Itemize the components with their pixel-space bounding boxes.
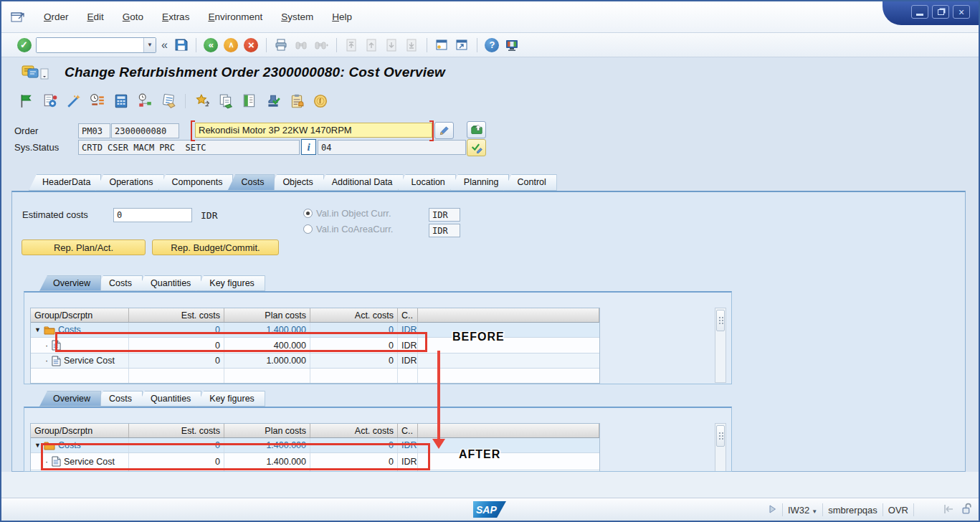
edit-description-button[interactable] <box>434 122 454 139</box>
menu-extras[interactable]: Extras <box>153 9 199 25</box>
col-act-costs[interactable]: Act. costs <box>310 424 398 437</box>
scrollbar-thumb[interactable] <box>716 310 725 331</box>
col-group-dscrptn[interactable]: Group/Dscrptn <box>31 308 129 322</box>
col-act-costs[interactable]: Act. costs <box>310 308 398 322</box>
user-status-field[interactable]: 04 <box>318 140 466 155</box>
restore-button[interactable] <box>932 5 949 19</box>
transaction-icon[interactable] <box>22 65 49 82</box>
exit-button[interactable]: ∧ <box>223 37 239 53</box>
table-scrollbar[interactable] <box>715 423 726 472</box>
col-group-dscrptn[interactable]: Group/Dscrptn <box>31 424 129 437</box>
system-menu-icon[interactable] <box>10 10 27 24</box>
tab-operations[interactable]: Operations <box>95 174 163 191</box>
subtab-quantities[interactable]: Quantities <box>137 275 201 291</box>
back-button[interactable]: « <box>203 37 219 53</box>
tab-costs[interactable]: Costs <box>227 174 275 191</box>
status-info-button[interactable]: i <box>301 139 316 155</box>
status-arrow-icon[interactable] <box>943 503 956 517</box>
lock-open-icon[interactable] <box>961 503 973 517</box>
wand-icon[interactable] <box>66 93 82 109</box>
subtab-costs[interactable]: Costs <box>95 275 143 291</box>
subtab-overview-2[interactable]: Overview <box>39 391 101 407</box>
radio-coarea-curr-row: Val.in CoAreaCurr. <box>303 224 393 234</box>
subtab-key-figures-2[interactable]: Key figures <box>196 391 265 407</box>
subtab-key-figures[interactable]: Key figures <box>196 275 265 291</box>
command-dropdown-icon[interactable]: ▼ <box>143 38 156 52</box>
collapse-node-icon[interactable]: ▼ <box>34 442 41 449</box>
radio-object-curr[interactable] <box>303 209 313 218</box>
find-button[interactable] <box>293 37 310 53</box>
col-currency[interactable]: C.. <box>398 424 418 437</box>
col-plan-costs[interactable]: Plan costs <box>224 424 310 437</box>
set-flag-icon[interactable] <box>19 93 34 109</box>
status-play-icon[interactable] <box>767 504 777 516</box>
rep-plan-act-button[interactable]: Rep. Plan/Act. <box>22 239 146 255</box>
page-down-button[interactable] <box>384 37 400 53</box>
tab-headerdata[interactable]: HeaderData <box>29 174 101 191</box>
last-page-button[interactable] <box>404 37 420 53</box>
currency-icon[interactable] <box>313 93 328 109</box>
sap-logo: SAP <box>473 501 506 518</box>
tab-objects[interactable]: Objects <box>269 174 323 191</box>
col-plan-costs[interactable]: Plan costs <box>224 308 310 322</box>
menu-goto[interactable]: Goto <box>113 9 153 25</box>
subtab-costs-2[interactable]: Costs <box>95 391 143 407</box>
tab-components[interactable]: Components <box>158 174 234 191</box>
table-scrollbar[interactable] <box>715 308 726 383</box>
copy-icon[interactable] <box>218 93 234 109</box>
create-shortcut-button[interactable] <box>454 37 470 53</box>
print-button[interactable] <box>273 37 290 53</box>
schedule-icon[interactable] <box>90 93 105 109</box>
subtab-quantities-2[interactable]: Quantities <box>137 391 201 407</box>
menu-edit[interactable]: Edit <box>78 9 113 25</box>
calculate-costs-icon[interactable] <box>113 93 129 109</box>
partner-icon[interactable] <box>194 93 210 109</box>
release-order-icon[interactable] <box>42 93 58 109</box>
col-est-costs[interactable]: Est. costs <box>129 308 224 322</box>
help-button[interactable]: ? <box>484 37 500 53</box>
save-button[interactable] <box>173 37 189 53</box>
col-est-costs[interactable]: Est. costs <box>129 424 224 437</box>
determine-costs-icon[interactable] <box>161 93 176 109</box>
new-session-button[interactable] <box>434 37 450 53</box>
document-overview-icon[interactable] <box>289 93 305 109</box>
col-currency[interactable]: C.. <box>398 308 418 322</box>
menu-environment[interactable]: Environment <box>199 9 272 25</box>
tab-location[interactable]: Location <box>398 174 456 191</box>
tab-planning[interactable]: Planning <box>450 174 510 191</box>
tab-additional-data[interactable]: Additional Data <box>318 174 404 191</box>
status-insert-mode[interactable]: OVR <box>888 505 908 516</box>
order-description-field[interactable]: Rekondisi Motor 3P 22KW 1470RPM <box>195 123 432 138</box>
scheduling-log-icon[interactable] <box>137 93 153 109</box>
find-next-button[interactable] <box>313 37 330 53</box>
rep-budget-commit-button[interactable]: Rep. Budget/Commit. <box>152 239 279 255</box>
print-preview-icon[interactable] <box>242 93 257 109</box>
first-page-button[interactable] <box>343 37 360 53</box>
subtab-overview[interactable]: Overview <box>39 275 101 291</box>
collapse-node-icon[interactable]: ▼ <box>34 326 41 333</box>
status-transaction[interactable]: IW32▼ <box>788 505 817 516</box>
enter-button[interactable]: ✓ <box>16 37 32 53</box>
transaction-dropdown-icon[interactable]: ▼ <box>812 508 817 515</box>
close-button[interactable]: × <box>953 5 970 19</box>
menu-order[interactable]: Order <box>34 9 78 25</box>
radio-coarea-curr[interactable] <box>303 224 313 234</box>
estimated-costs-input[interactable]: 0 <box>113 208 192 222</box>
menu-help[interactable]: Help <box>323 9 361 25</box>
collapse-toolbar-icon[interactable]: « <box>160 39 169 52</box>
customize-layout-button[interactable] <box>504 37 520 53</box>
command-field[interactable]: ▼ <box>36 37 156 53</box>
cancel-button[interactable]: × <box>243 37 260 53</box>
table-row-service-cost[interactable]: · Service Cost 0 1.000.000 0 IDR <box>31 353 599 369</box>
settlement-rule-button[interactable] <box>467 121 486 138</box>
order-type-field[interactable]: PM03 <box>78 123 110 138</box>
tab-control[interactable]: Control <box>503 174 556 191</box>
page-up-button[interactable] <box>363 37 380 53</box>
release-stamp-icon[interactable] <box>265 93 281 109</box>
command-input[interactable] <box>37 38 143 52</box>
menu-system[interactable]: System <box>272 9 323 25</box>
minimize-button[interactable] <box>911 5 928 19</box>
scrollbar-thumb[interactable] <box>716 425 725 447</box>
change-status-button[interactable] <box>467 139 486 156</box>
order-number-field[interactable]: 2300000080 <box>111 123 179 138</box>
